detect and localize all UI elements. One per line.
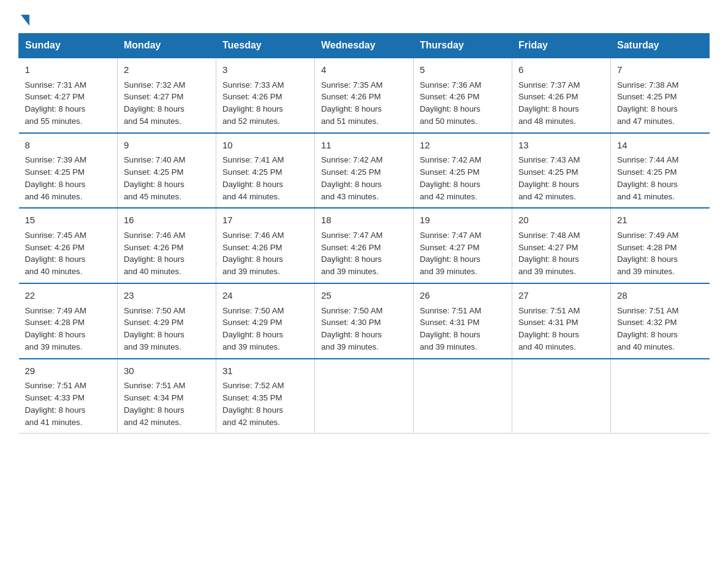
day-info: Sunrise: 7:44 AMSunset: 4:25 PMDaylight:…	[617, 154, 703, 202]
day-number: 3	[222, 63, 308, 77]
day-number: 24	[222, 289, 308, 303]
logo-arrow-icon	[21, 15, 29, 26]
header-cell-tuesday: Tuesday	[216, 34, 315, 58]
day-number: 20	[518, 213, 604, 228]
day-info: Sunrise: 7:36 AMSunset: 4:26 PMDaylight:…	[420, 79, 506, 128]
day-number: 31	[222, 364, 308, 378]
day-info: Sunrise: 7:31 AMSunset: 4:27 PMDaylight:…	[25, 79, 112, 128]
calendar-body: 1 Sunrise: 7:31 AMSunset: 4:27 PMDayligh…	[19, 58, 710, 434]
day-info: Sunrise: 7:50 AMSunset: 4:29 PMDaylight:…	[222, 305, 308, 353]
calendar-cell	[414, 359, 512, 434]
calendar-cell: 24 Sunrise: 7:50 AMSunset: 4:29 PMDaylig…	[216, 283, 315, 359]
calendar-cell: 26 Sunrise: 7:51 AMSunset: 4:31 PMDaylig…	[414, 283, 512, 359]
day-number: 16	[124, 213, 210, 228]
calendar-cell: 6 Sunrise: 7:37 AMSunset: 4:26 PMDayligh…	[512, 58, 611, 133]
day-info: Sunrise: 7:42 AMSunset: 4:25 PMDaylight:…	[420, 154, 506, 202]
day-number: 11	[321, 139, 407, 153]
header-row: SundayMondayTuesdayWednesdayThursdayFrid…	[19, 34, 710, 58]
day-info: Sunrise: 7:35 AMSunset: 4:26 PMDaylight:…	[321, 79, 407, 128]
page-header	[18, 12, 710, 21]
calendar-cell: 25 Sunrise: 7:50 AMSunset: 4:30 PMDaylig…	[315, 283, 414, 359]
day-number: 28	[617, 289, 703, 303]
calendar-cell: 23 Sunrise: 7:50 AMSunset: 4:29 PMDaylig…	[118, 283, 216, 359]
day-number: 21	[617, 213, 703, 228]
day-info: Sunrise: 7:51 AMSunset: 4:32 PMDaylight:…	[617, 305, 703, 353]
calendar-cell: 15 Sunrise: 7:45 AMSunset: 4:26 PMDaylig…	[19, 208, 118, 283]
calendar-table: SundayMondayTuesdayWednesdayThursdayFrid…	[18, 33, 710, 434]
calendar-cell: 3 Sunrise: 7:33 AMSunset: 4:26 PMDayligh…	[216, 58, 315, 133]
calendar-cell: 31 Sunrise: 7:52 AMSunset: 4:35 PMDaylig…	[216, 359, 315, 434]
day-number: 9	[124, 139, 210, 153]
calendar-cell: 9 Sunrise: 7:40 AMSunset: 4:25 PMDayligh…	[118, 133, 216, 209]
day-number: 18	[321, 213, 407, 228]
calendar-cell: 14 Sunrise: 7:44 AMSunset: 4:25 PMDaylig…	[611, 133, 710, 209]
week-row: 1 Sunrise: 7:31 AMSunset: 4:27 PMDayligh…	[19, 58, 710, 133]
calendar-cell: 12 Sunrise: 7:42 AMSunset: 4:25 PMDaylig…	[414, 133, 512, 209]
header-cell-friday: Friday	[512, 34, 611, 58]
calendar-cell	[315, 359, 414, 434]
day-info: Sunrise: 7:40 AMSunset: 4:25 PMDaylight:…	[124, 154, 210, 202]
day-info: Sunrise: 7:51 AMSunset: 4:34 PMDaylight:…	[124, 380, 210, 428]
week-row: 29 Sunrise: 7:51 AMSunset: 4:33 PMDaylig…	[19, 359, 710, 434]
day-info: Sunrise: 7:48 AMSunset: 4:27 PMDaylight:…	[518, 229, 604, 278]
day-number: 29	[25, 364, 112, 378]
header-cell-monday: Monday	[118, 34, 216, 58]
day-info: Sunrise: 7:46 AMSunset: 4:26 PMDaylight:…	[124, 229, 210, 278]
day-info: Sunrise: 7:32 AMSunset: 4:27 PMDaylight:…	[124, 79, 210, 128]
day-info: Sunrise: 7:39 AMSunset: 4:25 PMDaylight:…	[25, 154, 112, 202]
day-info: Sunrise: 7:52 AMSunset: 4:35 PMDaylight:…	[222, 380, 308, 428]
day-number: 14	[617, 139, 703, 153]
day-number: 19	[420, 213, 506, 228]
week-row: 15 Sunrise: 7:45 AMSunset: 4:26 PMDaylig…	[19, 208, 710, 283]
header-cell-sunday: Sunday	[19, 34, 118, 58]
week-row: 8 Sunrise: 7:39 AMSunset: 4:25 PMDayligh…	[19, 133, 710, 209]
header-cell-thursday: Thursday	[414, 34, 512, 58]
day-number: 5	[420, 63, 506, 77]
day-info: Sunrise: 7:50 AMSunset: 4:30 PMDaylight:…	[321, 305, 407, 353]
day-info: Sunrise: 7:47 AMSunset: 4:26 PMDaylight:…	[321, 229, 407, 278]
logo-general-text	[18, 12, 29, 23]
day-number: 2	[124, 63, 210, 77]
calendar-cell: 5 Sunrise: 7:36 AMSunset: 4:26 PMDayligh…	[414, 58, 512, 133]
calendar-header: SundayMondayTuesdayWednesdayThursdayFrid…	[19, 34, 710, 58]
calendar-cell: 30 Sunrise: 7:51 AMSunset: 4:34 PMDaylig…	[118, 359, 216, 434]
day-info: Sunrise: 7:33 AMSunset: 4:26 PMDaylight:…	[222, 79, 308, 128]
day-info: Sunrise: 7:51 AMSunset: 4:33 PMDaylight:…	[25, 380, 112, 428]
day-number: 23	[124, 289, 210, 303]
calendar-cell	[611, 359, 710, 434]
day-info: Sunrise: 7:42 AMSunset: 4:25 PMDaylight:…	[321, 154, 407, 202]
calendar-cell: 8 Sunrise: 7:39 AMSunset: 4:25 PMDayligh…	[19, 133, 118, 209]
day-number: 26	[420, 289, 506, 303]
calendar-cell: 16 Sunrise: 7:46 AMSunset: 4:26 PMDaylig…	[118, 208, 216, 283]
calendar-cell: 10 Sunrise: 7:41 AMSunset: 4:25 PMDaylig…	[216, 133, 315, 209]
day-info: Sunrise: 7:46 AMSunset: 4:26 PMDaylight:…	[222, 229, 308, 278]
calendar-cell: 7 Sunrise: 7:38 AMSunset: 4:25 PMDayligh…	[611, 58, 710, 133]
day-info: Sunrise: 7:50 AMSunset: 4:29 PMDaylight:…	[124, 305, 210, 353]
calendar-cell: 27 Sunrise: 7:51 AMSunset: 4:31 PMDaylig…	[512, 283, 611, 359]
calendar-cell: 1 Sunrise: 7:31 AMSunset: 4:27 PMDayligh…	[19, 58, 118, 133]
day-number: 13	[518, 139, 604, 153]
day-number: 15	[25, 213, 112, 228]
calendar-cell: 11 Sunrise: 7:42 AMSunset: 4:25 PMDaylig…	[315, 133, 414, 209]
calendar-cell: 22 Sunrise: 7:49 AMSunset: 4:28 PMDaylig…	[19, 283, 118, 359]
day-number: 25	[321, 289, 407, 303]
calendar-cell: 2 Sunrise: 7:32 AMSunset: 4:27 PMDayligh…	[118, 58, 216, 133]
header-cell-saturday: Saturday	[611, 34, 710, 58]
calendar-cell: 17 Sunrise: 7:46 AMSunset: 4:26 PMDaylig…	[216, 208, 315, 283]
calendar-cell: 29 Sunrise: 7:51 AMSunset: 4:33 PMDaylig…	[19, 359, 118, 434]
calendar-cell: 13 Sunrise: 7:43 AMSunset: 4:25 PMDaylig…	[512, 133, 611, 209]
day-number: 6	[518, 63, 604, 77]
day-info: Sunrise: 7:41 AMSunset: 4:25 PMDaylight:…	[222, 154, 308, 202]
day-number: 4	[321, 63, 407, 77]
day-info: Sunrise: 7:45 AMSunset: 4:26 PMDaylight:…	[25, 229, 112, 278]
day-info: Sunrise: 7:51 AMSunset: 4:31 PMDaylight:…	[420, 305, 506, 353]
day-number: 7	[617, 63, 703, 77]
day-info: Sunrise: 7:37 AMSunset: 4:26 PMDaylight:…	[518, 79, 604, 128]
calendar-cell: 20 Sunrise: 7:48 AMSunset: 4:27 PMDaylig…	[512, 208, 611, 283]
week-row: 22 Sunrise: 7:49 AMSunset: 4:28 PMDaylig…	[19, 283, 710, 359]
day-info: Sunrise: 7:38 AMSunset: 4:25 PMDaylight:…	[617, 79, 703, 128]
day-info: Sunrise: 7:51 AMSunset: 4:31 PMDaylight:…	[518, 305, 604, 353]
day-info: Sunrise: 7:47 AMSunset: 4:27 PMDaylight:…	[420, 229, 506, 278]
day-info: Sunrise: 7:49 AMSunset: 4:28 PMDaylight:…	[25, 305, 112, 353]
day-number: 12	[420, 139, 506, 153]
